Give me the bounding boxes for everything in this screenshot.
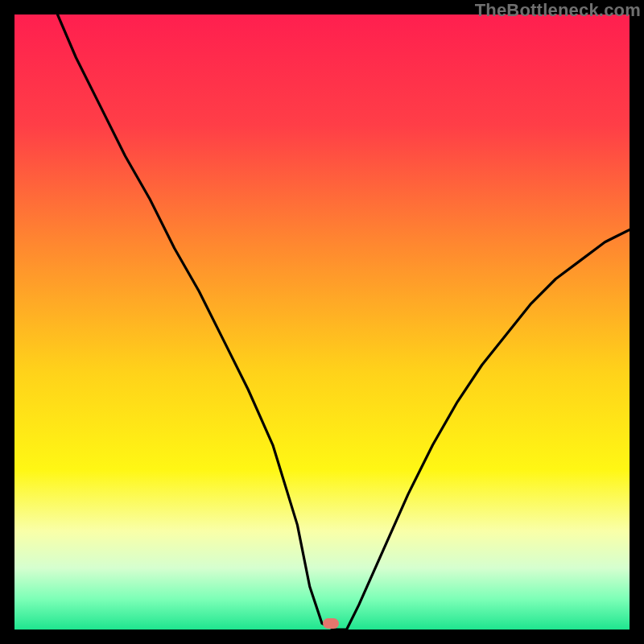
plot-area (14, 14, 630, 630)
heat-gradient-background (14, 14, 630, 630)
chart-frame: TheBottleneck.com (0, 0, 644, 644)
